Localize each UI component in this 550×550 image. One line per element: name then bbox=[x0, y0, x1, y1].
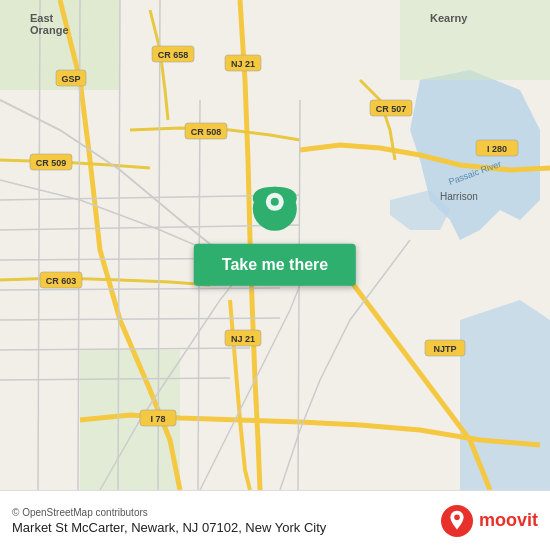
map-container: CR 658 CR 508 CR 507 CR 509 CR 603 NJ 21… bbox=[0, 0, 550, 490]
svg-rect-2 bbox=[400, 0, 550, 80]
take-me-there-button[interactable]: Take me there bbox=[194, 244, 356, 286]
svg-text:NJ 21: NJ 21 bbox=[231, 334, 255, 344]
osm-credit-text: © OpenStreetMap contributors bbox=[12, 507, 148, 518]
osm-credit: © OpenStreetMap contributors bbox=[12, 507, 326, 518]
svg-text:CR 509: CR 509 bbox=[36, 158, 67, 168]
svg-text:NJ 21: NJ 21 bbox=[231, 59, 255, 69]
svg-text:GSP: GSP bbox=[61, 74, 80, 84]
svg-text:Harrison: Harrison bbox=[440, 191, 478, 202]
svg-text:CR 658: CR 658 bbox=[158, 50, 189, 60]
moovit-logo: moovit bbox=[441, 505, 538, 537]
footer-left: © OpenStreetMap contributors Market St M… bbox=[12, 507, 326, 535]
svg-text:I 78: I 78 bbox=[150, 414, 165, 424]
button-overlay: Take me there bbox=[194, 184, 356, 286]
svg-text:Orange: Orange bbox=[30, 24, 69, 36]
map-pin bbox=[245, 184, 305, 244]
moovit-text: moovit bbox=[479, 510, 538, 531]
footer: © OpenStreetMap contributors Market St M… bbox=[0, 490, 550, 550]
svg-text:NJTP: NJTP bbox=[433, 344, 456, 354]
svg-point-47 bbox=[271, 198, 279, 206]
svg-text:CR 507: CR 507 bbox=[376, 104, 407, 114]
moovit-icon bbox=[441, 505, 473, 537]
svg-text:CR 603: CR 603 bbox=[46, 276, 77, 286]
svg-text:I 280: I 280 bbox=[487, 144, 507, 154]
address-text: Market St McCarter, Newark, NJ 07102, Ne… bbox=[12, 520, 326, 535]
svg-text:East: East bbox=[30, 12, 54, 24]
svg-point-49 bbox=[454, 514, 460, 520]
svg-text:CR 508: CR 508 bbox=[191, 127, 222, 137]
svg-text:Kearny: Kearny bbox=[430, 12, 468, 24]
